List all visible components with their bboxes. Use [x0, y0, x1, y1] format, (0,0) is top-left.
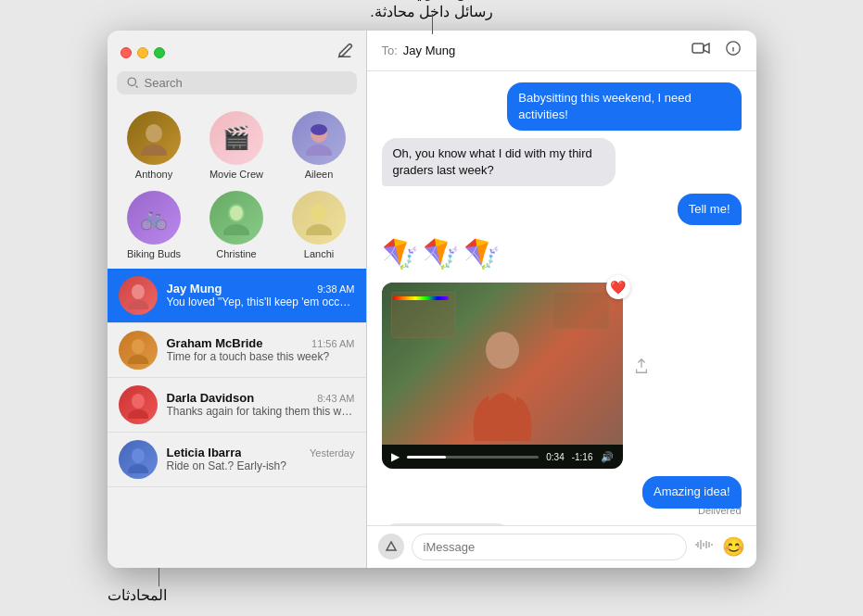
- annotation-line-bottom: [159, 568, 159, 586]
- sidebar: Anthony 🎬 Movie Crew Aileen: [108, 31, 367, 568]
- bottom-annotation-text: المحادثات: [108, 586, 167, 604]
- contact-name-christine: Christine: [216, 248, 256, 259]
- conv-preview-jay-mung: You loved "Yep, this'll keep 'em occupie…: [167, 295, 355, 308]
- contact-pin-lanchi[interactable]: Lanchi: [280, 187, 359, 263]
- bubble-yep: Yep, this'll keep 'em occupied. 😄: [382, 523, 513, 525]
- fullscreen-button[interactable]: [154, 47, 165, 58]
- conversation-jay-mung[interactable]: Jay Mung 9:38 AM You loved "Yep, this'll…: [108, 269, 366, 323]
- video-message[interactable]: ▶ 0:34 -1:16 🔊: [382, 283, 623, 469]
- pinned-contacts: Anthony 🎬 Movie Crew Aileen: [108, 102, 366, 269]
- avatar-lanchi: [292, 191, 346, 245]
- chat-area: To: Jay Mung: [367, 31, 756, 568]
- svg-point-10: [306, 224, 332, 235]
- bubble-tell-me: Tell me!: [678, 194, 742, 225]
- avatar-christine: [209, 191, 263, 245]
- svg-rect-19: [692, 44, 704, 53]
- share-icon[interactable]: [634, 358, 649, 378]
- video-thumbnail: [382, 283, 623, 445]
- to-label: To:: [382, 44, 398, 57]
- contact-pin-aileen[interactable]: Aileen: [280, 107, 359, 183]
- conv-preview-graham-mcbride: Time for a touch base this week?: [167, 350, 355, 363]
- contact-name-aileen: Aileen: [305, 169, 334, 180]
- chat-input-area: 😊: [367, 525, 756, 568]
- conv-name-graham-mcbride: Graham McBride: [167, 336, 263, 350]
- svg-point-8: [230, 206, 243, 220]
- shelf-decoration-2: [553, 292, 609, 329]
- video-call-icon[interactable]: [692, 42, 710, 58]
- conv-time-jay-mung: 9:38 AM: [317, 283, 354, 295]
- kite-1: 🪁: [382, 236, 419, 271]
- svg-point-13: [132, 339, 145, 354]
- conversation-graham-mcbride[interactable]: Graham McBride 11:56 AM Time for a touch…: [108, 323, 366, 378]
- avatar-anthony: [127, 111, 181, 165]
- rainbow-decoration: [393, 296, 449, 300]
- conv-info-darla-davidson: Darla Davidson 8:43 AM Thanks again for …: [167, 391, 355, 418]
- conversation-darla-davidson[interactable]: Darla Davidson 8:43 AM Thanks again for …: [108, 378, 366, 433]
- conv-name-leticia-ibarra: Leticia Ibarra: [167, 446, 242, 459]
- contact-name-movie-crew: Movie Crew: [209, 169, 263, 180]
- annotation-line-top: [432, 14, 433, 34]
- search-icon: [126, 76, 139, 89]
- conv-preview-leticia-ibarra: Ride on Sat.? Early-ish?: [167, 459, 355, 472]
- conv-time-darla-davidson: 8:43 AM: [317, 393, 354, 404]
- progress-bar[interactable]: [407, 456, 539, 459]
- avatar-aileen: [292, 111, 346, 165]
- contact-pin-biking-buds[interactable]: 🚲 Biking Buds: [115, 187, 194, 263]
- svg-point-16: [128, 409, 148, 419]
- conv-name-darla-davidson: Darla Davidson: [167, 391, 255, 405]
- svg-point-1: [146, 124, 162, 143]
- messages-area: Babysitting this weekend, I need activit…: [367, 71, 756, 525]
- bubble-babysitting: Babysitting this weekend, I need activit…: [507, 82, 741, 131]
- volume-icon[interactable]: 🔊: [601, 451, 614, 463]
- traffic-lights: [121, 47, 165, 58]
- app-store-button[interactable]: [378, 534, 404, 559]
- play-button[interactable]: ▶: [391, 450, 400, 463]
- conv-time-graham-mcbride: 11:56 AM: [311, 338, 354, 349]
- contact-name-biking-buds: Biking Buds: [127, 248, 181, 259]
- audio-waveform-icon[interactable]: [694, 537, 715, 557]
- contact-pin-anthony[interactable]: Anthony: [115, 107, 194, 183]
- bubble-amazing: Amazing idea!: [642, 476, 741, 508]
- avatar-jay-mung: [119, 276, 158, 315]
- video-reaction: ❤️: [606, 275, 630, 299]
- conv-info-leticia-ibarra: Leticia Ibarra Yesterday Ride on Sat.? E…: [167, 446, 355, 472]
- info-icon[interactable]: [725, 40, 742, 60]
- svg-point-12: [128, 300, 148, 309]
- conv-time-leticia-ibarra: Yesterday: [310, 447, 355, 459]
- avatar-graham-mcbride: [119, 331, 158, 370]
- message-row-2: Oh, you know what I did with my third gr…: [382, 138, 742, 186]
- app-window: Anthony 🎬 Movie Crew Aileen: [108, 31, 756, 568]
- message-group-amazing: Amazing idea! Delivered: [382, 476, 742, 515]
- titlebar: [108, 31, 366, 71]
- conv-name-jay-mung: Jay Mung: [167, 282, 222, 295]
- time-remaining: -1:16: [572, 452, 593, 462]
- chat-header: To: Jay Mung: [367, 31, 756, 71]
- avatar-biking-buds: 🚲: [127, 191, 181, 245]
- conv-info-graham-mcbride: Graham McBride 11:56 AM Time for a touch…: [167, 336, 355, 363]
- compose-button[interactable]: [336, 43, 353, 63]
- close-button[interactable]: [121, 47, 132, 58]
- search-bar: [117, 71, 357, 94]
- emoji-button[interactable]: 😊: [722, 535, 745, 558]
- progress-fill: [407, 456, 447, 459]
- search-input[interactable]: [145, 76, 348, 90]
- avatar-darla-davidson: [119, 385, 158, 424]
- svg-point-18: [128, 464, 148, 473]
- message-row-3: Tell me!: [382, 194, 742, 225]
- conversation-leticia-ibarra[interactable]: Leticia Ibarra Yesterday Ride on Sat.? E…: [108, 433, 366, 487]
- minimize-button[interactable]: [137, 47, 148, 58]
- person-silhouette: [465, 330, 539, 445]
- bubble-third-graders: Oh, you know what I did with my third gr…: [382, 138, 616, 186]
- svg-point-9: [311, 204, 327, 222]
- bottom-annotation-wrapper: المحادثات: [108, 568, 756, 586]
- svg-point-17: [132, 448, 145, 463]
- contact-name-lanchi: Lanchi: [304, 248, 334, 259]
- svg-point-21: [486, 332, 519, 369]
- contact-pin-movie-crew[interactable]: 🎬 Movie Crew: [197, 107, 276, 183]
- svg-point-0: [128, 78, 135, 85]
- contact-pin-christine[interactable]: Christine: [197, 187, 276, 263]
- video-message-container: ▶ 0:34 -1:16 🔊 ❤️: [382, 283, 623, 469]
- chat-header-icons: [692, 40, 742, 60]
- message-input[interactable]: [412, 534, 687, 560]
- avatar-leticia-ibarra: [119, 440, 158, 479]
